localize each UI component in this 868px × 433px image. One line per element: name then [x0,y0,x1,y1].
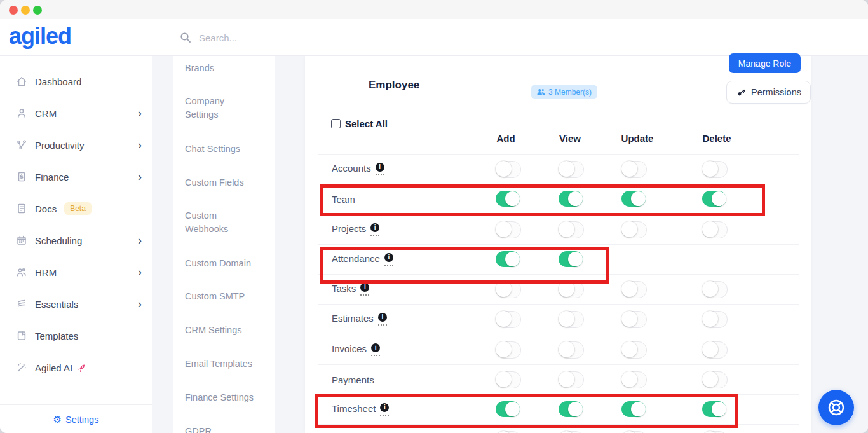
search-input[interactable] [198,32,378,44]
sidebar-item-templates[interactable]: Templates [0,320,152,352]
toggle-team-add[interactable] [496,191,520,207]
select-all-checkbox[interactable] [331,119,341,128]
toggle-estimates-delete[interactable] [702,311,728,328]
table-row-timesheet: Timesheeti [318,394,799,425]
sidebar-footer: ⚙ Settings [0,404,152,425]
toggle-projects-delete[interactable] [702,221,728,238]
toggle-timesheet-add[interactable] [496,401,520,417]
toggle-estimates-update[interactable] [621,311,647,328]
toggle-timesheet-view[interactable] [559,401,583,417]
submenu-item-brands[interactable]: Brands [185,62,260,75]
submenu-item-gdpr[interactable]: GDPR [185,425,260,433]
sidebar-item-agiled-ai[interactable]: Agiled AI [0,352,152,383]
sidebar-item-essentials[interactable]: Essentials› [0,288,152,320]
toggle-payments-add[interactable] [496,371,521,388]
info-icon[interactable]: i [378,313,387,322]
info-icon[interactable]: i [380,403,389,412]
toggle-accounts-add[interactable] [496,161,521,178]
column-header-view: View [548,133,592,144]
sidebar-item-finance[interactable]: Finance› [0,161,152,193]
submenu-item-custom-webhooks[interactable]: Custom Webhooks [185,209,260,236]
table-row-estimates: Estimatesi [318,304,799,334]
toggle-accounts-view[interactable] [559,161,584,178]
sidebar-settings-link[interactable]: ⚙ Settings [53,414,99,425]
toggle-knob [621,221,637,237]
toggle-projects-add[interactable] [496,221,521,238]
info-icon[interactable]: i [371,343,380,352]
sidebar-gutter [152,55,173,433]
toggle-payments-update[interactable] [621,371,647,388]
toggle-accounts-update[interactable] [621,161,647,178]
sidebar-item-dashboard[interactable]: Dashboard [0,65,152,97]
toggle-team-update[interactable] [621,191,646,207]
toggle-attendance-view[interactable] [559,251,583,267]
members-badge: 3 Member(s) [531,85,597,99]
sidebar-item-docs[interactable]: DocsBeta [0,193,152,224]
sidebar-item-productivity[interactable]: Productivity› [0,129,152,161]
info-icon[interactable]: i [384,253,393,262]
row-label: Tasksi [332,283,369,296]
submenu-item-crm-settings[interactable]: CRM Settings [185,324,260,337]
table-row-invoices: Invoicesi [318,334,799,365]
toggle-knob [496,341,512,357]
toggle-invoices-view[interactable] [559,341,584,359]
submenu-item-custom-fields[interactable]: Custom Fields [185,176,260,189]
submenu-item-chat-settings[interactable]: Chat Settings [185,142,260,156]
toggle-knob [712,191,726,206]
chevron-right-icon: › [138,139,142,151]
sidebar-item-scheduling[interactable]: Scheduling› [0,224,152,256]
table-row-row [318,424,799,433]
sidebar-item-crm[interactable]: CRM› [0,97,152,129]
settings-submenu: BrandsCompany SettingsChat SettingsCusto… [173,55,275,433]
toggle-attendance-add[interactable] [496,251,520,267]
toggle-projects-update[interactable] [621,221,647,238]
submenu-item-email-templates[interactable]: Email Templates [185,357,260,371]
toggle-timesheet-delete[interactable] [702,401,726,417]
toggle-payments-delete[interactable] [702,371,728,388]
info-icon[interactable]: i [370,223,379,232]
toggle-knob [505,252,520,266]
toggle-estimates-add[interactable] [496,311,521,328]
toggle-team-view[interactable] [559,191,583,207]
submenu-item-custom-smtp[interactable]: Custom SMTP [185,290,260,303]
info-icon[interactable]: i [376,163,384,172]
toggle-accounts-delete[interactable] [702,161,728,178]
toggle-tasks-update[interactable] [621,281,647,298]
person-icon [16,107,27,119]
submenu-item-company-settings[interactable]: Company Settings [185,95,260,121]
toggle-timesheet-update[interactable] [621,401,646,417]
toggle-projects-view[interactable] [559,221,584,238]
help-button[interactable] [818,390,854,425]
app-logo[interactable]: agiled [9,23,71,50]
info-icon-wrap: i [371,343,380,356]
minimize-window-button[interactable] [21,6,30,15]
toggle-invoices-add[interactable] [496,341,521,359]
toggle-team-delete[interactable] [702,191,726,207]
toggle-payments-view[interactable] [559,371,584,388]
settings-label: Settings [65,415,98,425]
toggle-tasks-view[interactable] [559,281,584,298]
sidebar-item-label: Essentials [35,299,78,310]
toggle-invoices-update[interactable] [621,341,647,359]
submenu-item-finance-settings[interactable]: Finance Settings [185,391,260,404]
info-icon-wrap: i [380,403,389,416]
app-header: agiled [0,19,868,56]
toggle-knob [505,191,520,206]
manage-role-button[interactable]: Manage Role [729,53,801,73]
submenu-item-custom-domain[interactable]: Custom Domain [185,257,260,270]
key-icon [734,85,749,100]
sidebar-item-hrm[interactable]: HRM› [0,256,152,288]
close-window-button[interactable] [9,6,18,15]
toggle-tasks-add[interactable] [496,281,521,298]
toggle-knob [702,371,718,387]
toggle-estimates-view[interactable] [559,311,584,328]
info-icon[interactable]: i [360,283,369,292]
search-bar[interactable] [180,27,396,48]
book-icon [16,330,27,341]
finance-doc-icon [16,171,27,182]
permissions-button[interactable]: Permissions [726,81,811,104]
toggle-tasks-delete[interactable] [702,281,728,298]
toggle-invoices-delete[interactable] [702,341,728,359]
calendar-icon [16,235,27,246]
maximize-window-button[interactable] [33,6,42,15]
